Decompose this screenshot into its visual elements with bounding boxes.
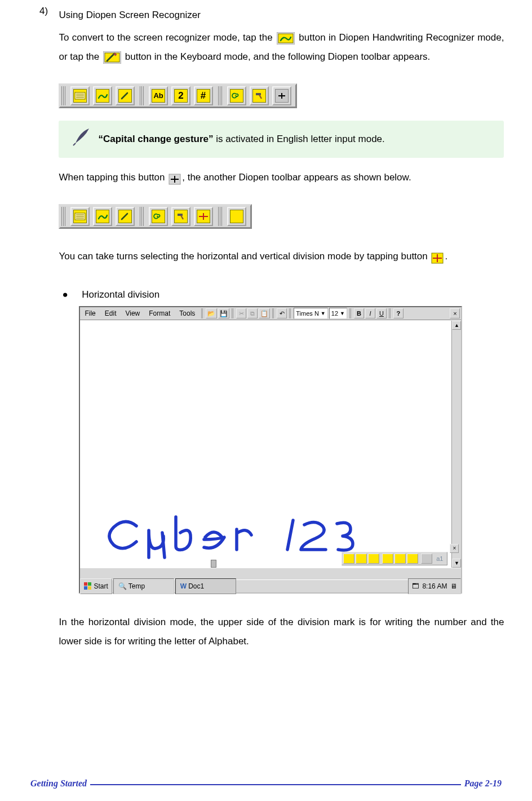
section-number: 4)	[39, 6, 56, 17]
division-mode-button[interactable]	[194, 207, 213, 226]
cut-button[interactable]: ✂	[236, 308, 246, 318]
handwriting-mode-icon	[277, 32, 295, 45]
note-bold: “Capital change gesture”	[98, 134, 213, 144]
note-rest: is activated in English letter input mod…	[214, 134, 385, 144]
tools-button[interactable]	[171, 207, 190, 226]
scroll-down-icon[interactable]: ▼	[452, 559, 461, 568]
close-icon: ×	[453, 307, 456, 320]
open-button[interactable]: 📂	[206, 308, 217, 318]
paragraph-3: You can take turns selecting the horizon…	[59, 247, 504, 266]
mini-toolbar-close-button[interactable]: ×	[450, 544, 459, 553]
vertical-scrollbar[interactable]: ▲ ▼	[451, 321, 461, 568]
division-mark[interactable]	[211, 560, 216, 568]
floppy-icon: 💾	[220, 307, 228, 320]
chevron-down-icon: ▼	[321, 308, 326, 318]
mini-spiral-button[interactable]	[382, 554, 393, 564]
mini-mode-label: a1	[433, 552, 446, 565]
footer-left: Getting Started	[27, 778, 90, 789]
menu-tools[interactable]: Tools	[175, 307, 200, 320]
keyboard-icon	[73, 210, 87, 223]
undo-icon: ↶	[280, 307, 285, 320]
p3-a: You can take turns selecting the horizon…	[59, 251, 430, 262]
section-title: Using Diopen Screen Recognizer	[59, 6, 504, 25]
toolbar-grip-icon	[61, 207, 66, 226]
spiral-button[interactable]	[149, 207, 168, 226]
desktop-icon[interactable]: 🖥	[450, 579, 457, 593]
spiral-icon	[230, 89, 243, 103]
clock-label: 8:16 AM	[422, 579, 447, 593]
taskbar-temp-label: Temp	[128, 579, 145, 593]
keyboard-button[interactable]	[70, 86, 90, 105]
letters-mode-button[interactable]: Ab	[149, 86, 168, 105]
menu-format[interactable]: Format	[144, 307, 175, 320]
svg-rect-24	[178, 214, 183, 216]
toolbar-separator-icon	[389, 308, 391, 318]
size-select[interactable]: 12▼	[329, 308, 347, 319]
numbers-mode-button[interactable]: 2	[171, 86, 190, 105]
spiral-icon	[152, 210, 165, 223]
screenshot-horizontal-division: File Edit View Format Tools 📂 💾 ✂ ⧉ 📋 ↶ …	[79, 306, 462, 594]
menu-view[interactable]: View	[121, 307, 144, 320]
toolbar-separator-icon	[201, 308, 203, 318]
tray-icon: 🗔	[412, 579, 419, 593]
pen-button[interactable]	[116, 207, 135, 226]
taskbar-item-temp[interactable]: 🔍 Temp	[113, 578, 174, 594]
underline-button[interactable]: U	[376, 308, 387, 318]
symbols-mode-button[interactable]: #	[194, 86, 213, 105]
spiral-button[interactable]	[227, 86, 246, 105]
blank-button[interactable]	[227, 207, 246, 226]
mini-tools-button[interactable]	[394, 554, 406, 564]
svg-line-12	[259, 95, 261, 99]
window-close-button[interactable]: ×	[450, 308, 460, 318]
svg-line-10	[122, 93, 127, 99]
pen-button[interactable]	[116, 86, 135, 105]
size-value: 12	[331, 307, 338, 320]
svg-rect-11	[256, 93, 261, 95]
handwriting-button[interactable]	[93, 207, 112, 226]
mini-handwriting-button[interactable]	[356, 554, 367, 564]
scribble-icon	[96, 210, 109, 223]
mini-pen-button[interactable]	[368, 554, 379, 564]
quill-icon	[72, 126, 92, 147]
plus-icon	[275, 89, 289, 103]
close-icon: ×	[453, 543, 456, 554]
division-toggle-icon	[431, 251, 444, 263]
toolbar-separator-icon	[289, 308, 291, 318]
chevron-down-icon: ▼	[340, 308, 345, 318]
hammer-icon	[174, 210, 188, 223]
tools-button[interactable]	[250, 86, 269, 105]
toolbar-grip-icon	[61, 86, 66, 105]
footer-rule	[27, 784, 505, 785]
bold-button[interactable]: B	[354, 308, 364, 318]
start-button[interactable]: Start	[80, 578, 112, 594]
handwriting-button[interactable]	[93, 86, 112, 105]
document-canvas[interactable]	[80, 321, 451, 568]
svg-rect-33	[84, 586, 87, 590]
mini-blank-button[interactable]	[421, 554, 432, 564]
save-button[interactable]: 💾	[218, 308, 229, 318]
menu-edit[interactable]: Edit	[100, 307, 121, 320]
note-callout: “Capital change gesture” is activated in…	[59, 121, 504, 158]
p2-b: , the another Diopen toolbar appears as …	[182, 172, 411, 183]
editor-menubar: File Edit View Format Tools 📂 💾 ✂ ⧉ 📋 ↶ …	[80, 307, 461, 320]
undo-button[interactable]: ↶	[277, 308, 287, 318]
copy-button[interactable]: ⧉	[247, 308, 258, 318]
paste-button[interactable]: 📋	[259, 308, 270, 318]
italic-button[interactable]: I	[365, 308, 375, 318]
taskbar-item-doc[interactable]: W Doc1	[175, 578, 236, 594]
toolbar-separator-icon	[232, 308, 234, 318]
mini-keyboard-button[interactable]	[343, 554, 354, 564]
scroll-up-icon[interactable]: ▲	[452, 321, 461, 330]
system-tray[interactable]: 🗔 8:16 AM 🖥	[408, 578, 461, 594]
paragraph-2: When tapping this button , the another D…	[59, 168, 504, 187]
p2-a: When tapping this button	[59, 172, 167, 183]
svg-rect-32	[88, 582, 91, 586]
mini-division-button[interactable]	[407, 554, 418, 564]
paragraph-4: In the horizontal division mode, the upp…	[59, 613, 504, 651]
word-doc-icon: W	[180, 579, 187, 593]
help-button[interactable]: ?	[393, 308, 404, 318]
menu-file[interactable]: File	[80, 307, 100, 320]
font-select[interactable]: Times N▼	[294, 308, 327, 319]
expand-button[interactable]	[272, 86, 291, 105]
keyboard-button[interactable]	[70, 207, 90, 226]
